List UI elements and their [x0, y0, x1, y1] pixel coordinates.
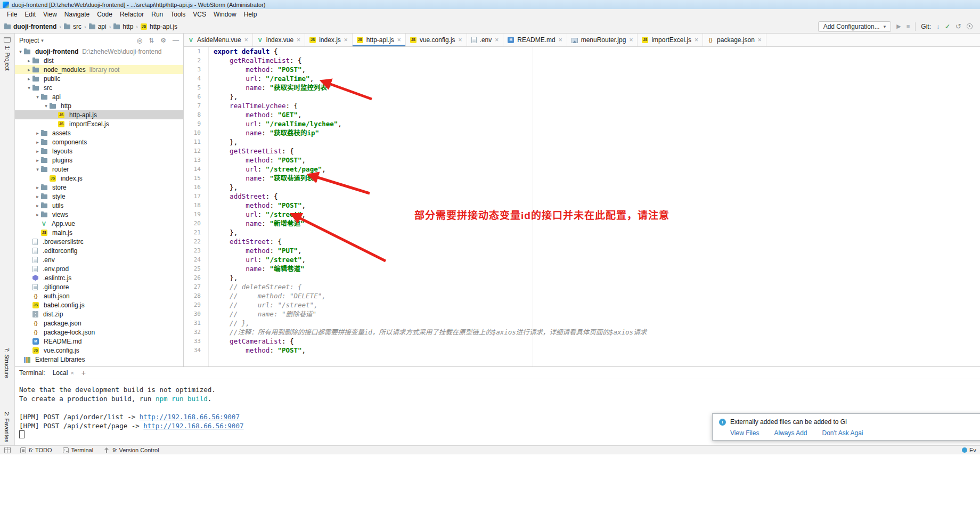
code-line[interactable]: }, [214, 183, 980, 192]
event-log-button[interactable]: Ev [962, 447, 980, 453]
tree-item-package-json[interactable]: {}package.json [15, 319, 183, 328]
code-line[interactable]: }, [214, 273, 980, 282]
chevron-right-icon[interactable]: ▸ [26, 67, 32, 72]
tree-item-node-modules[interactable]: ▸node_moduleslibrary root [15, 65, 183, 74]
chevron-right-icon[interactable]: ▸ [34, 158, 41, 163]
menu-window[interactable]: Window [210, 9, 240, 20]
tab-package-json[interactable]: {}package.json× [703, 34, 766, 46]
new-terminal-button[interactable]: + [81, 369, 86, 377]
tree-item-layouts[interactable]: ▸layouts [15, 146, 183, 156]
code-line[interactable]: method: "POST", [214, 346, 980, 355]
toolwindow-switcher-icon[interactable] [4, 447, 11, 453]
code-line[interactable]: name: "获取荔枝的ip" [214, 128, 980, 137]
breadcrumb-item-src[interactable]: src [64, 23, 81, 30]
close-icon[interactable]: × [758, 37, 762, 43]
code-line[interactable]: }, [214, 137, 980, 146]
terminal-tab-local[interactable]: Local × [51, 369, 76, 377]
menu-navigate[interactable]: Navigate [61, 9, 93, 20]
tree-item-external-libraries[interactable]: External Libraries [15, 355, 183, 364]
code-area[interactable]: 1234567891011121314151617181920212223242… [184, 47, 980, 366]
code-line[interactable]: addStreet: { [214, 192, 980, 201]
code-line[interactable]: getRealTimeList: { [214, 56, 980, 65]
tree-item-index-js[interactable]: JSindex.js [15, 174, 183, 183]
menu-view[interactable]: View [39, 9, 61, 20]
chevron-right-icon[interactable]: ▸ [26, 76, 32, 81]
tree-item-readme-md[interactable]: MREADME.md [15, 337, 183, 346]
tree-item-dist[interactable]: ▸dist [15, 56, 183, 65]
tab-importexcel-js[interactable]: JSimportExcel.js× [638, 34, 703, 46]
tree-item-public[interactable]: ▸public [15, 74, 183, 83]
chevron-right-icon[interactable]: ▸ [34, 185, 41, 190]
tree-item-babel-config-js[interactable]: JSbabel.config.js [15, 300, 183, 309]
code-line[interactable]: url: "/realTime/lychee", [214, 119, 980, 128]
tree-item-store[interactable]: ▸store [15, 183, 183, 192]
toolwindow-button-favorites[interactable]: 2: Favorites [4, 412, 10, 442]
tab-index-vue[interactable]: Vindex.vue× [253, 34, 305, 46]
code-line[interactable]: // url: "/street", [214, 300, 980, 309]
tree-item-browserslistrc[interactable]: .browserslistrc [15, 237, 183, 246]
menu-refactor[interactable]: Refactor [116, 9, 148, 20]
tree-item-http-api-js[interactable]: JShttp-api.js [15, 110, 183, 119]
code-line[interactable]: // method: "DELETE", [214, 291, 980, 300]
commit-icon[interactable]: ✓ [945, 23, 950, 30]
tab-env[interactable]: .env× [467, 34, 504, 46]
code-line[interactable]: realTimeLychee: { [214, 101, 980, 110]
close-icon[interactable]: × [695, 37, 698, 43]
run-button[interactable]: ▶ [896, 23, 901, 29]
hide-panel-icon[interactable]: — [173, 37, 179, 44]
tab-readme-md[interactable]: MREADME.md× [503, 34, 567, 46]
code-line[interactable]: // deleteStreet: { [214, 282, 980, 291]
tree-item-app-vue[interactable]: VApp.vue [15, 219, 183, 228]
chevron-right-icon[interactable]: ▸ [34, 203, 41, 208]
close-icon[interactable]: × [397, 37, 401, 43]
tree-item-plugins[interactable]: ▸plugins [15, 156, 183, 165]
code-line[interactable]: }, [214, 228, 980, 237]
code-line[interactable]: name: "获取实时监控列表" [214, 83, 980, 92]
rollback-icon[interactable]: ↺ [956, 23, 961, 30]
statusbar-item-terminal[interactable]: Terminal [63, 447, 94, 453]
history-icon[interactable] [967, 23, 973, 29]
notification-action-view-files[interactable]: View Files [730, 429, 759, 437]
collapse-all-icon[interactable]: ⇅ [149, 37, 154, 44]
code-line[interactable]: export default { [214, 47, 980, 56]
close-icon[interactable]: × [459, 37, 462, 43]
close-icon[interactable]: × [244, 37, 248, 43]
statusbar-item-9-version-control[interactable]: 9: Version Control [104, 447, 159, 453]
terminal-link[interactable]: http://192.168.66.56:9007 [140, 413, 240, 421]
tree-item-editorconfig[interactable]: .editorconfig [15, 246, 183, 255]
tree-item-package-lock-json[interactable]: {}package-lock.json [15, 328, 183, 337]
code-line[interactable]: method: "GET", [214, 110, 980, 119]
tree-item-style[interactable]: ▸style [15, 192, 183, 201]
tab-index-js[interactable]: JSindex.js× [305, 34, 353, 46]
tree-item-auth-json[interactable]: {}auth.json [15, 291, 183, 300]
tree-item-api[interactable]: ▾api [15, 92, 183, 101]
tree-item-http[interactable]: ▾http [15, 101, 183, 110]
add-configuration-button[interactable]: Add Configuration... ▾ [818, 21, 892, 32]
terminal-cursor[interactable] [19, 430, 24, 438]
code-line[interactable]: editStreet: { [214, 237, 980, 246]
code-line[interactable]: getCameraList: { [214, 337, 980, 346]
code-line[interactable]: // }, [214, 319, 980, 328]
tree-item-assets[interactable]: ▸assets [15, 128, 183, 137]
tree-item-src[interactable]: ▾src [15, 83, 183, 92]
menu-help[interactable]: Help [240, 9, 261, 20]
breadcrumb-item-api[interactable]: api [89, 23, 107, 30]
close-icon[interactable]: × [559, 37, 562, 43]
update-project-icon[interactable]: ↓ [936, 23, 940, 30]
tree-item-duoji-frontend[interactable]: ▾duoji-frontendD:\zheheWeb\duoji-fronten… [15, 47, 183, 56]
chevron-right-icon[interactable]: ▸ [34, 149, 41, 154]
chevron-right-icon[interactable]: ▸ [34, 131, 41, 136]
code-line[interactable]: url: "/street/page", [214, 165, 980, 174]
tree-item-vue-config-js[interactable]: JSvue.config.js [15, 346, 183, 355]
tree-item-importexcel-js[interactable]: JSimportExcel.js [15, 119, 183, 128]
code-line[interactable]: name: "获取巷道列表" [214, 174, 980, 183]
breadcrumb-item-http[interactable]: http [113, 23, 133, 30]
chevron-down-icon[interactable]: ▾ [43, 103, 50, 109]
tree-item-utils[interactable]: ▸utils [15, 201, 183, 210]
chevron-down-icon[interactable]: ▾ [41, 38, 44, 43]
menu-run[interactable]: Run [148, 9, 167, 20]
toolwindow-button-project[interactable]: 1: Project [4, 46, 11, 70]
code-line[interactable]: //注释：所有用到删除的接口都需要拼接变量id，所以请求方式采用了挂载在原型链上… [214, 328, 980, 337]
menu-vcs[interactable]: VCS [189, 9, 210, 20]
tab-http-api-js[interactable]: JShttp-api.js× [353, 34, 406, 46]
